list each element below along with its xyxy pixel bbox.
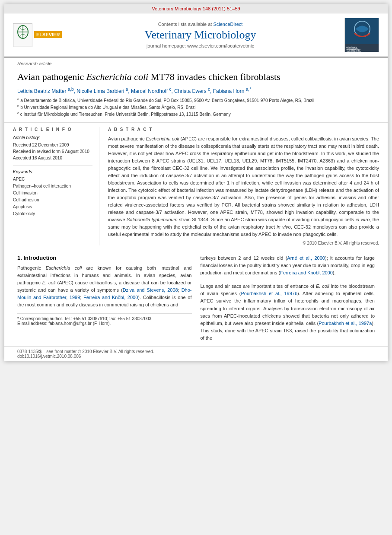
history-label: Article history: [13, 135, 92, 140]
keyword-item: Pathogen–host cell interaction [13, 183, 92, 190]
ref-ferreira[interactable]: Ferreira and Knöbl, 2000 [83, 295, 138, 300]
authors-list: Letícia Beatriz Matter a,b, Nicolle Lima… [17, 87, 375, 94]
main-content-area: A R T I C L E I N F O Article history: R… [4, 123, 388, 250]
abstract-body: Avian pathogenic Escherichia coli (APEC)… [108, 135, 379, 239]
received-date-2: Received in revised form 6 August 2010 [13, 148, 92, 155]
ref-arne[interactable]: Arné et al., 2000 [287, 255, 325, 261]
article-info-column: A R T I C L E I N F O Article history: R… [13, 127, 99, 246]
divider [13, 166, 92, 166]
article-type-label: Research article [4, 57, 388, 68]
affiliations: a a Departamento de Biofísica, Universid… [17, 97, 375, 118]
intro-paragraph-2: turkeys between 2 and 12 weeks old (Arné… [201, 255, 375, 277]
journal-title-block: Contents lists available at ScienceDirec… [61, 22, 340, 48]
journal-reference-bar: Veterinary Microbiology 148 (2011) 51–59 [4, 4, 388, 13]
ref-ferreira2[interactable]: Ferreira and Knöbl, 2000 [280, 270, 333, 275]
abstract-column: A B S T R A C T Avian pathogenic Escheri… [108, 127, 379, 246]
corresponding-author: * Corresponding author. Tel.: +55 51 330… [17, 316, 192, 321]
keywords-block: Keywords: APEC Pathogen–host cell intera… [13, 169, 92, 217]
keywords-list: APEC Pathogen–host cell interaction Cell… [13, 176, 92, 217]
svg-text:microbiology: microbiology [347, 50, 361, 52]
affiliation-a: a a Departamento de Biofísica, Universid… [17, 97, 375, 104]
article-history-block: Article history: Received 22 December 20… [13, 135, 92, 161]
footer-doi: doi:10.1016/j.vetmic.2010.08.006 [17, 354, 375, 359]
affiliation-b: b b Universidade Regional Integrada do A… [17, 104, 375, 111]
article-info-heading: A R T I C L E I N F O [13, 127, 92, 132]
keyword-item: Cell adhesion [13, 197, 92, 204]
abstract-heading: A B S T R A C T [108, 127, 379, 132]
body-right-column: turkeys between 2 and 12 weeks old (Arné… [201, 255, 375, 342]
ref-pour2[interactable]: Pourbakhsh et al., 1997a [319, 321, 372, 326]
affiliation-c: c c Institut für Mikrobiologie und Tiers… [17, 111, 375, 118]
received-date-1: Received 22 December 2009 [13, 142, 92, 148]
journal-name: Veterinary Microbiology [61, 29, 340, 41]
ref-dziva[interactable]: Dziva and Stevens, 2008 [123, 287, 178, 293]
body-section: 1. Introduction Pathogenic Escherichia c… [4, 250, 388, 346]
elsevier-label: ELSEVIER [34, 31, 62, 38]
article-title-section: Avian pathogenic Escherichia coli MT78 i… [4, 68, 388, 123]
copyright-notice: © 2010 Elsevier B.V. All rights reserved… [108, 241, 379, 245]
page: Veterinary Microbiology 148 (2011) 51–59 [4, 4, 388, 361]
body-left-column: 1. Introduction Pathogenic Escherichia c… [17, 255, 192, 342]
elsevier-logo: ELSEVIER [13, 23, 52, 47]
svg-text:veterinary: veterinary [347, 48, 358, 50]
ref-pour1[interactable]: Pourbakhsh et al., 1997b [241, 291, 297, 296]
footnote-block: * Corresponding author. Tel.: +55 51 330… [17, 313, 192, 326]
keywords-label: Keywords: [13, 169, 92, 174]
journal-header: ELSEVIER Contents lists available at Sci… [4, 13, 388, 57]
contents-text: Contents lists available at [158, 22, 212, 27]
journal-cover-image: veterinary microbiology [344, 18, 379, 52]
intro-paragraph-1: Pathogenic Escherichia coli are known fo… [17, 264, 192, 309]
intro-paragraph-3: Lungs and air sacs are important sites o… [201, 283, 375, 341]
introduction-heading: 1. Introduction [17, 255, 192, 261]
article-title: Avian pathogenic Escherichia coli MT78 i… [17, 71, 375, 83]
keyword-item: APEC [13, 176, 92, 183]
keyword-item: Cytotoxicity [13, 210, 92, 217]
footer-issn: 0378-1135/$ – see front matter © 2010 El… [17, 349, 375, 354]
sciencedirect-link[interactable]: ScienceDirect [213, 22, 242, 27]
footer: 0378-1135/$ – see front matter © 2010 El… [4, 346, 388, 361]
email-address: E-mail address: fabiana.horn@ufrgs.br (F… [17, 321, 192, 326]
journal-reference-text: Veterinary Microbiology 148 (2011) 51–59 [152, 6, 240, 11]
contents-available-line: Contents lists available at ScienceDirec… [61, 22, 340, 27]
body-two-column: 1. Introduction Pathogenic Escherichia c… [17, 255, 375, 342]
keyword-item: Apoptosis [13, 204, 92, 210]
accepted-date: Accepted 16 August 2010 [13, 155, 92, 161]
keyword-item: Cell invasion [13, 190, 92, 197]
journal-homepage: journal homepage: www.elsevier.com/locat… [61, 43, 340, 48]
